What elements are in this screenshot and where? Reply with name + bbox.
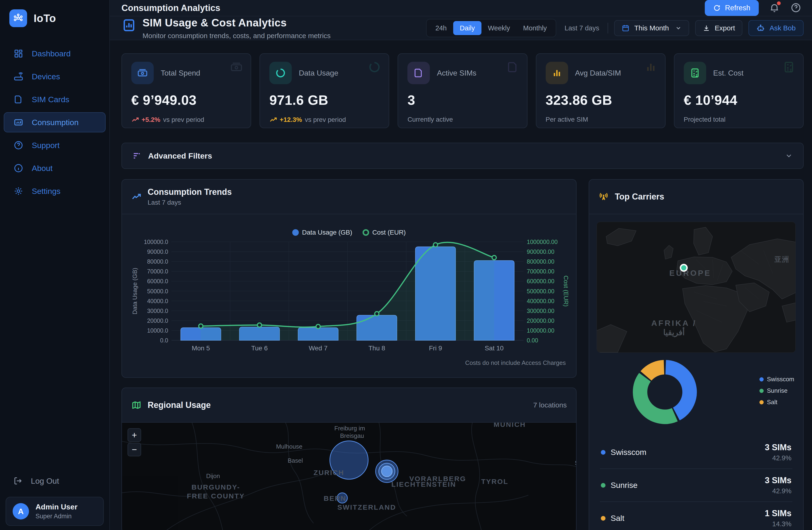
kpi-delta: +12.3%: [269, 116, 302, 124]
regional-map-label: Basel: [288, 457, 303, 464]
svg-text:100000.0: 100000.0: [144, 239, 168, 245]
sidebar-nav: Dashboard Devices SIM Cards Consumption …: [4, 43, 105, 201]
donut-legend: SwisscomSunriseSalt: [759, 376, 794, 406]
legend-swatch: [759, 377, 764, 381]
kpi-label: Est. Cost: [713, 69, 743, 78]
regional-map-label: Breisgau: [340, 432, 364, 440]
svg-text:400000.00: 400000.00: [527, 298, 554, 304]
sidebar-item-label: SIM Cards: [32, 95, 69, 104]
svg-text:60000.0: 60000.0: [147, 278, 168, 284]
avatar: A: [13, 503, 29, 519]
donut-segment-swisscom: [666, 367, 690, 414]
sidebar-item-label: Settings: [32, 187, 60, 196]
kpi-note: Projected total: [684, 116, 726, 123]
svg-text:800000.00: 800000.00: [527, 258, 554, 265]
antenna-icon: [598, 192, 609, 202]
svg-text:Thu 8: Thu 8: [368, 345, 385, 352]
user-card[interactable]: A Admin User Super Admin: [5, 497, 104, 526]
sidebar-item-label: About: [32, 164, 53, 173]
app-logo-icon[interactable]: [9, 9, 27, 27]
kpi-delta-note: vs prev period: [305, 116, 346, 124]
regional-map-label: MUNICH: [494, 423, 526, 429]
svg-text:1000000.00: 1000000.00: [527, 239, 557, 245]
sidebar-item-about[interactable]: About: [4, 158, 105, 178]
svg-text:300000.00: 300000.00: [527, 308, 554, 314]
carrier-name: Sunrise: [611, 480, 638, 490]
filter-icon: [132, 151, 141, 160]
period-dropdown[interactable]: This Month: [614, 20, 689, 36]
chevron-down-icon[interactable]: [785, 152, 793, 160]
advanced-filters-label: Advanced Filters: [148, 151, 212, 161]
carrier-row-salt: Salt1 SIMs14.3%: [600, 501, 792, 530]
regional-map[interactable]: Freiburg imBreisgauMUNICHMulhouseSalzbur…: [122, 423, 576, 530]
svg-text:900000.00: 900000.00: [527, 248, 554, 255]
svg-text:700000.00: 700000.00: [527, 268, 554, 275]
svg-text:50000.0: 50000.0: [147, 288, 168, 294]
kpi-delta: +5.2%: [131, 116, 160, 124]
carrier-percentage: 42.9%: [765, 454, 792, 462]
sidebar-item-sim-cards[interactable]: SIM Cards: [4, 89, 105, 110]
carrier-sims-count: 3 SIMs: [765, 475, 792, 485]
donut-svg: [630, 357, 700, 427]
sidebar-item-support[interactable]: Support: [4, 135, 105, 155]
legend-item-data-usage[interactable]: Data Usage (GB): [292, 229, 352, 236]
help-button[interactable]: [791, 2, 802, 14]
calculator-icon: [684, 62, 706, 84]
calculator-ghost-icon: [783, 61, 795, 73]
location-marker[interactable]: [680, 264, 688, 272]
carrier-percentage: 14.3%: [765, 520, 792, 528]
sidebar-item-label: Consumption: [32, 118, 78, 127]
page-title: Consumption Analytics: [121, 3, 220, 13]
kpi-card-active-sims: Active SIMs 3 Currently active: [397, 53, 527, 128]
user-name: Admin User: [35, 503, 77, 511]
divider: [608, 23, 608, 33]
sidebar-item-dashboard[interactable]: Dashboard: [4, 43, 105, 64]
refresh-button[interactable]: Refresh: [705, 0, 759, 16]
sidebar-item-consumption[interactable]: Consumption: [4, 112, 105, 132]
donut-segment-salt: [646, 367, 664, 376]
svg-text:80000.0: 80000.0: [147, 258, 168, 265]
info-circle-icon: [14, 163, 23, 173]
kpi-value: 3: [407, 92, 518, 108]
consumption-chart-icon: [14, 117, 23, 127]
carrier-list: Swisscom3 SIMs42.9%Sunrise3 SIMs42.9%Sal…: [597, 436, 796, 530]
banknote-icon: [131, 62, 154, 84]
gear-icon: [14, 186, 23, 196]
range-option-weekly[interactable]: Weekly: [481, 21, 517, 35]
range-option-monthly[interactable]: Monthly: [517, 21, 553, 35]
loader-ring-icon: [269, 62, 292, 84]
world-map-label: EUROPE: [669, 268, 711, 278]
sidebar-item-settings[interactable]: Settings: [4, 181, 105, 201]
advanced-filters-toggle[interactable]: Advanced Filters: [121, 143, 803, 169]
notifications-button[interactable]: [769, 2, 780, 14]
range-option-24h[interactable]: 24h: [429, 21, 453, 35]
trend-up-icon: [131, 192, 142, 202]
world-map[interactable]: EUROPEAFRIKA /أفريقيا亚洲: [597, 222, 796, 353]
range-option-last7days[interactable]: Last 7 days: [565, 24, 599, 32]
legend-item-cost[interactable]: Cost (EUR): [363, 229, 406, 236]
range-option-daily[interactable]: Daily: [453, 21, 481, 35]
zoom-out-button[interactable]: −: [128, 443, 141, 456]
chevron-down-icon: [675, 25, 682, 31]
sidebar-item-label: Dashboard: [32, 49, 71, 58]
zoom-in-button[interactable]: +: [128, 428, 141, 442]
svg-text:Tue 6: Tue 6: [251, 345, 268, 352]
trend-up-icon: [131, 116, 139, 124]
regional-map-label: ZURICH: [314, 469, 344, 477]
donut-legend-item: Swisscom: [759, 376, 794, 383]
svg-text:0.00: 0.00: [527, 337, 538, 344]
world-map-label: أفريقيا: [663, 328, 685, 337]
kpi-delta-note: vs prev period: [163, 116, 204, 124]
svg-text:Wed 7: Wed 7: [309, 345, 328, 352]
sidebar-item-devices[interactable]: Devices: [4, 67, 105, 86]
section-title: SIM Usage & Cost Analytics: [143, 16, 331, 29]
ask-bob-button[interactable]: Ask Bob: [749, 20, 803, 36]
regional-map-label: LIECHTENSTEIN: [391, 480, 456, 488]
regional-map-label: BURGUNDY-: [191, 483, 241, 491]
kpi-value: 323.86 GB: [546, 92, 656, 108]
logout-button[interactable]: Log Out: [13, 476, 59, 486]
export-button[interactable]: Export: [695, 20, 743, 36]
export-label: Export: [715, 24, 735, 32]
legend-swatch: [759, 400, 764, 404]
loader-ghost-icon: [368, 61, 381, 73]
